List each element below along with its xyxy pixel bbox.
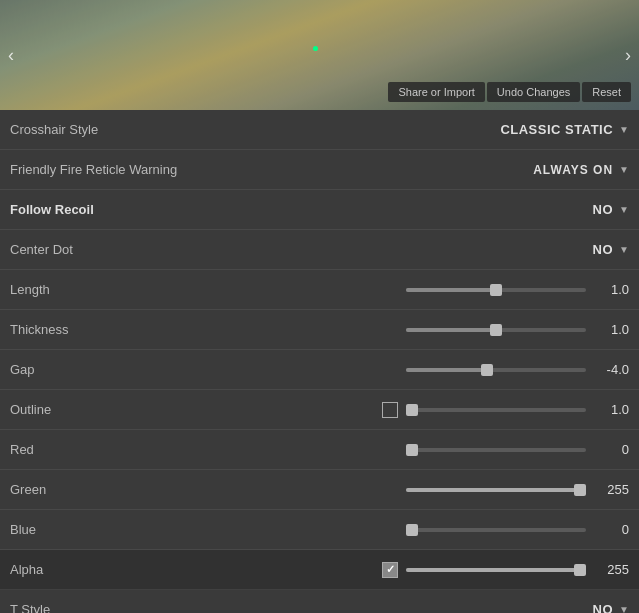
- blue-row: Blue 0: [0, 510, 639, 550]
- friendly-fire-row: Friendly Fire Reticle Warning ALWAYS ON …: [0, 150, 639, 190]
- gap-value: -4.0: [594, 362, 629, 377]
- t-style-label: T Style: [10, 602, 190, 613]
- follow-recoil-value: NO: [593, 202, 614, 217]
- thickness-slider[interactable]: [406, 328, 586, 332]
- undo-changes-btn[interactable]: Undo Changes: [487, 82, 580, 102]
- alpha-value: 255: [594, 562, 629, 577]
- center-dot-arrow: ▼: [619, 244, 629, 255]
- green-label: Green: [10, 482, 190, 497]
- green-value: 255: [594, 482, 629, 497]
- blue-slider[interactable]: [406, 528, 586, 532]
- crosshair-style-row: Crosshair Style CLASSIC STATIC ▼: [0, 110, 639, 150]
- follow-recoil-arrow: ▼: [619, 204, 629, 215]
- center-dot-value: NO: [593, 242, 614, 257]
- friendly-fire-arrow: ▼: [619, 164, 629, 175]
- t-style-control: NO ▼: [190, 602, 629, 613]
- t-style-dropdown[interactable]: NO ▼: [593, 602, 629, 613]
- settings-panel: Crosshair Style CLASSIC STATIC ▼ Friendl…: [0, 110, 639, 613]
- blue-label: Blue: [10, 522, 190, 537]
- alpha-checkbox[interactable]: [382, 562, 398, 578]
- length-control: 1.0: [190, 282, 629, 297]
- outline-value: 1.0: [594, 402, 629, 417]
- crosshair-style-value: CLASSIC STATIC: [500, 122, 613, 137]
- friendly-fire-label: Friendly Fire Reticle Warning: [10, 162, 190, 177]
- center-dot-dropdown[interactable]: NO ▼: [593, 242, 629, 257]
- length-label: Length: [10, 282, 190, 297]
- green-control: 255: [190, 482, 629, 497]
- thickness-control: 1.0: [190, 322, 629, 337]
- outline-row: Outline 1.0: [0, 390, 639, 430]
- prev-nav-button[interactable]: ‹: [8, 45, 14, 66]
- red-row: Red 0: [0, 430, 639, 470]
- red-slider[interactable]: [406, 448, 586, 452]
- friendly-fire-value: ALWAYS ON: [533, 163, 613, 177]
- share-import-btn[interactable]: Share or Import: [388, 82, 484, 102]
- blue-value: 0: [594, 522, 629, 537]
- follow-recoil-control: NO ▼: [190, 202, 629, 217]
- next-nav-button[interactable]: ›: [625, 45, 631, 66]
- friendly-fire-dropdown[interactable]: ALWAYS ON ▼: [533, 163, 629, 177]
- crosshair-style-control: CLASSIC STATIC ▼: [190, 122, 629, 137]
- alpha-label: Alpha: [10, 562, 190, 577]
- green-row: Green 255: [0, 470, 639, 510]
- crosshair-style-label: Crosshair Style: [10, 122, 190, 137]
- t-style-arrow: ▼: [619, 604, 629, 613]
- center-dot-row: Center Dot NO ▼: [0, 230, 639, 270]
- alpha-slider[interactable]: [406, 568, 586, 572]
- outline-control: 1.0: [190, 402, 629, 418]
- length-slider[interactable]: [406, 288, 586, 292]
- center-dot-control: NO ▼: [190, 242, 629, 257]
- center-dot-label: Center Dot: [10, 242, 190, 257]
- gap-row: Gap -4.0: [0, 350, 639, 390]
- thickness-label: Thickness: [10, 322, 190, 337]
- hero-image: ‹ › Share or Import Undo Changes Reset: [0, 0, 639, 110]
- t-style-value: NO: [593, 602, 614, 613]
- length-row: Length 1.0: [0, 270, 639, 310]
- hero-action-buttons: Share or Import Undo Changes Reset: [388, 82, 631, 102]
- reset-btn[interactable]: Reset: [582, 82, 631, 102]
- alpha-row: Alpha 255: [0, 550, 639, 590]
- follow-recoil-dropdown[interactable]: NO ▼: [593, 202, 629, 217]
- red-label: Red: [10, 442, 190, 457]
- outline-label: Outline: [10, 402, 190, 417]
- friendly-fire-control: ALWAYS ON ▼: [190, 163, 629, 177]
- outline-slider[interactable]: [406, 408, 586, 412]
- follow-recoil-row: Follow Recoil NO ▼: [0, 190, 639, 230]
- red-value: 0: [594, 442, 629, 457]
- gap-control: -4.0: [190, 362, 629, 377]
- gap-slider[interactable]: [406, 368, 586, 372]
- red-control: 0: [190, 442, 629, 457]
- thickness-value: 1.0: [594, 322, 629, 337]
- crosshair-style-dropdown[interactable]: CLASSIC STATIC ▼: [500, 122, 629, 137]
- alpha-control: 255: [190, 562, 629, 578]
- length-value: 1.0: [594, 282, 629, 297]
- crosshair-style-arrow: ▼: [619, 124, 629, 135]
- blue-control: 0: [190, 522, 629, 537]
- follow-recoil-label: Follow Recoil: [10, 202, 190, 217]
- green-slider[interactable]: [406, 488, 586, 492]
- gap-label: Gap: [10, 362, 190, 377]
- outline-checkbox[interactable]: [382, 402, 398, 418]
- t-style-row: T Style NO ▼: [0, 590, 639, 613]
- thickness-row: Thickness 1.0: [0, 310, 639, 350]
